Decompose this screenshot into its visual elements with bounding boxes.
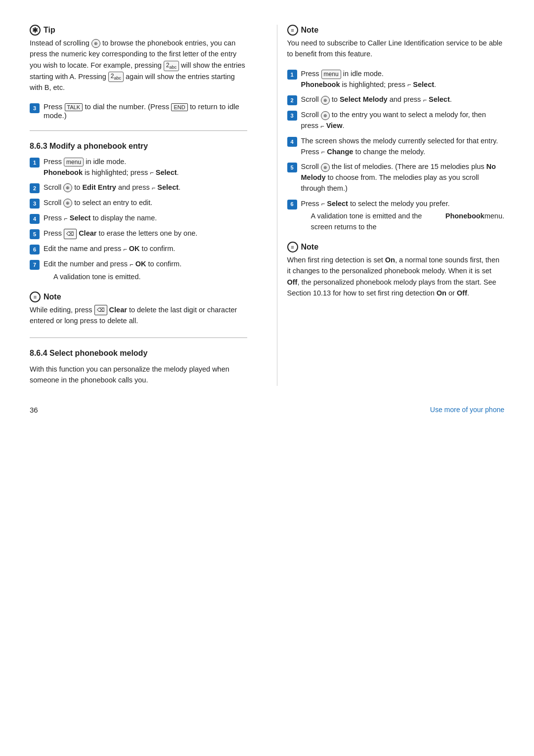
- step-863-2: 2 Scroll ⊕ to Edit Entry and press ⌐ Sel…: [30, 182, 247, 193]
- tip-icon: ✱: [30, 25, 41, 36]
- right-step-2-text: Scroll ⊕ to Select Melody and press ⌐ Se…: [301, 94, 505, 105]
- note-right-1-heading: Note: [301, 26, 319, 35]
- right-step-4-text: The screen shows the melody currently se…: [301, 136, 505, 158]
- key-2abc-2: 2abc: [108, 72, 124, 82]
- step-863-6: 6 Edit the name and press ⌐ OK to confir…: [30, 244, 247, 254]
- step-863-5: 5 Press ⌫ Clear to erase the letters one…: [30, 228, 247, 239]
- menu-key: menu: [64, 158, 84, 167]
- scroll-icon-r2: ⊕: [321, 96, 330, 105]
- footer-text: Use more of your phone: [430, 406, 504, 414]
- tip-heading: Tip: [44, 26, 55, 35]
- clear-key-2: ⌫: [94, 305, 107, 315]
- divider-1: [30, 130, 247, 131]
- section-863-list: 1 Press menu in idle mode. Phonebook is …: [30, 157, 247, 285]
- right-step-6-bullet-1: A validation tone is emitted and the scr…: [311, 211, 505, 233]
- note-863-heading: Note: [44, 293, 61, 301]
- step-863-3: 3 Scroll ⊕ to select an entry to edit.: [30, 198, 247, 209]
- right-step-5: 5 Scroll ⊕ the list of melodies. (There …: [287, 162, 505, 194]
- tip-title: ✱ Tip: [30, 25, 247, 36]
- step-863-1-text: Press menu in idle mode. Phonebook is hi…: [44, 157, 247, 178]
- badge-right-2: 2: [287, 95, 297, 105]
- scroll-icon-r3: ⊕: [321, 111, 330, 120]
- badge-863-3: 3: [30, 199, 40, 209]
- scroll-icon-3: ⊕: [63, 199, 72, 208]
- right-step-6: 6 Press ⌐ Select to select the melody yo…: [287, 199, 505, 235]
- divider-2: [30, 337, 247, 338]
- tip-step-badge: 3: [30, 103, 40, 113]
- step-863-3-text: Scroll ⊕ to select an entry to edit.: [44, 198, 247, 209]
- badge-right-5: 5: [287, 163, 297, 172]
- step-863-1: 1 Press menu in idle mode. Phonebook is …: [30, 157, 247, 178]
- end-icon: END: [171, 103, 187, 111]
- note-right-2-icon: ≡: [287, 242, 298, 252]
- page-number: 36: [30, 406, 38, 414]
- note-right-1-body: You need to subscribe to Caller Line Ide…: [287, 38, 505, 60]
- note-right-2: ≡ Note When first ring detection is set …: [287, 242, 505, 299]
- note-863-title: ≡ Note: [30, 292, 247, 302]
- badge-863-5: 5: [30, 229, 40, 239]
- step-863-5-text: Press ⌫ Clear to erase the letters one b…: [44, 228, 247, 239]
- tip-step3: 3 Press TALK to dial the number. (Press …: [30, 102, 247, 120]
- right-step-4: 4 The screen shows the melody currently …: [287, 136, 505, 158]
- right-step-2: 2 Scroll ⊕ to Select Melody and press ⌐ …: [287, 94, 505, 105]
- note-right-2-heading: Note: [301, 243, 319, 252]
- page-footer: 36 Use more of your phone: [30, 406, 504, 414]
- tip-box: ✱ Tip Instead of scrolling ⊕ to browse t…: [30, 25, 247, 93]
- note-right-2-body: When first ring detection is set On, a n…: [287, 254, 505, 299]
- right-step-3-text: Scroll ⊕ to the entry you want to select…: [301, 110, 505, 131]
- badge-right-1: 1: [287, 70, 297, 80]
- right-step-6-text: Press ⌐ Select to select the melody you …: [301, 199, 505, 235]
- scroll-icon-2: ⊕: [63, 183, 72, 192]
- step-863-7: 7 Edit the number and press ⌐ OK to conf…: [30, 259, 247, 285]
- badge-right-3: 3: [287, 111, 297, 121]
- right-step-1: 1 Press menu in idle mode. Phonebook is …: [287, 69, 505, 90]
- note-863-icon: ≡: [30, 292, 41, 302]
- clear-key: ⌫: [64, 229, 77, 239]
- step-863-2-text: Scroll ⊕ to Edit Entry and press ⌐ Selec…: [44, 182, 247, 193]
- step-863-4: 4 Press ⌐ Select to display the name.: [30, 213, 247, 224]
- key-2abc: 2abc: [164, 61, 179, 71]
- section-863-heading: 8.6.3 Modify a phonebook entry: [30, 142, 247, 151]
- badge-863-6: 6: [30, 245, 40, 254]
- scroll-icon: ⊕: [91, 39, 100, 48]
- menu-key-right: menu: [321, 70, 341, 79]
- badge-right-4: 4: [287, 137, 297, 147]
- step-863-7-bullet: A validation tone is emitted.: [53, 272, 247, 283]
- note-right-1-title: ≡ Note: [287, 25, 505, 36]
- step-863-7-text: Edit the number and press ⌐ OK to confir…: [44, 259, 247, 285]
- tip-body: Instead of scrolling ⊕ to browse the pho…: [30, 38, 247, 93]
- step-863-4-text: Press ⌐ Select to display the name.: [44, 213, 247, 224]
- talk-icon: TALK: [65, 103, 83, 111]
- badge-right-6: 6: [287, 200, 297, 210]
- badge-863-2: 2: [30, 183, 40, 193]
- section-864-intro: With this function you can personalize t…: [30, 364, 247, 386]
- right-step-1-text: Press menu in idle mode. Phonebook is hi…: [301, 69, 505, 90]
- note-863: ≡ Note While editing, press ⌫ Clear to d…: [30, 292, 247, 327]
- note-right-1-icon: ≡: [287, 25, 298, 36]
- note-right-2-title: ≡ Note: [287, 242, 505, 252]
- scroll-icon-r5: ⊕: [321, 163, 330, 172]
- step-863-6-text: Edit the name and press ⌐ OK to confirm.: [44, 244, 247, 254]
- note-863-body: While editing, press ⌫ Clear to delete t…: [30, 304, 247, 327]
- right-step-3: 3 Scroll ⊕ to the entry you want to sele…: [287, 110, 505, 131]
- right-steps-list: 1 Press menu in idle mode. Phonebook is …: [287, 69, 505, 235]
- badge-863-7: 7: [30, 260, 40, 270]
- right-step-5-text: Scroll ⊕ the list of melodies. (There ar…: [301, 162, 505, 194]
- tip-step3-text: Press TALK to dial the number. (Press EN…: [44, 102, 247, 120]
- note-right-1: ≡ Note You need to subscribe to Caller L…: [287, 25, 505, 60]
- section-864-heading: 8.6.4 Select phonebook melody: [30, 349, 247, 358]
- badge-863-1: 1: [30, 158, 40, 168]
- badge-863-4: 4: [30, 214, 40, 224]
